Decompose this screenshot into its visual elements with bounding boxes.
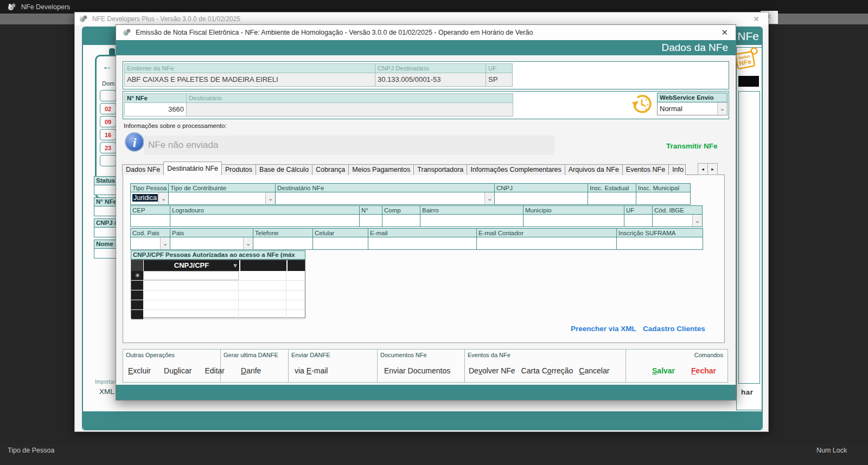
carta-correcao-button[interactable]: Carta Correção	[521, 366, 573, 375]
duplicar-button[interactable]: Duplicar	[164, 366, 192, 375]
bairro-input[interactable]	[420, 215, 524, 227]
toolbar-group-label: Eventos da NFe	[468, 352, 510, 358]
grid-column-cnpj-cpf[interactable]: CNPJ/CPF ▿	[144, 260, 239, 271]
logradouro-input[interactable]	[170, 215, 360, 227]
grid-cell	[286, 281, 305, 290]
field-label: Tipo de Contribuinte	[168, 183, 276, 192]
tab-scroll-right-icon[interactable]: ▸	[707, 163, 718, 175]
fechar-button-partial[interactable]: har	[741, 388, 754, 396]
destinat-rio-nfe-select[interactable]: ⌄	[275, 192, 495, 205]
chevron-down-icon: ⌄	[160, 237, 170, 249]
grid-cell	[239, 271, 286, 280]
grid-row[interactable]	[131, 310, 305, 320]
calendar-day[interactable]: 02	[100, 103, 116, 114]
grid-row[interactable]	[131, 300, 305, 310]
grid-row[interactable]	[131, 281, 305, 290]
grid-selector-header	[131, 260, 143, 271]
close-icon[interactable]: ✕	[721, 28, 728, 37]
toolbar-group-label: Comandos	[694, 352, 723, 358]
tipo-de-contribuinte-select[interactable]: ⌄	[168, 192, 276, 205]
cep-input[interactable]	[130, 215, 170, 227]
celular-input[interactable]	[312, 237, 368, 250]
form-row1: Tipo PessoaJuridica⌄Tipo de Contribuinte…	[131, 183, 691, 205]
row-header	[131, 290, 143, 300]
calendar-day[interactable]	[100, 90, 116, 101]
inscri-o-suframa-input[interactable]	[616, 237, 703, 250]
salvar-button[interactable]: Salvar	[652, 366, 675, 375]
transmit-nfe-link[interactable]: Transmitir NFe	[666, 142, 718, 150]
preencher-via-xml-link[interactable]: Preencher via XML	[571, 325, 636, 333]
destinatario-tab-panel: Tipo PessoaJuridica⌄Tipo de Contribuinte…	[123, 175, 725, 343]
tipo-pessoa-select[interactable]: Juridica⌄	[130, 192, 169, 205]
tab-transportadora[interactable]: Transportadora	[413, 164, 467, 175]
right-panel-list	[738, 91, 760, 384]
webservice-select[interactable]: Normal ⌄	[657, 102, 727, 115]
uf-label: UF	[486, 63, 513, 73]
emitente-field: Emitente da NFe ABF CAIXAS E PALETES DE …	[124, 63, 375, 87]
excluir-button[interactable]: Excluir	[128, 366, 151, 375]
close-icon[interactable]: ✕	[753, 15, 760, 23]
destinatario-label: Destinatário	[186, 93, 513, 103]
via-email-button[interactable]: via E-mail	[295, 366, 328, 375]
nfe-number-input[interactable]: 3660	[124, 103, 187, 117]
field-logradouro: Logradouro	[170, 205, 360, 227]
calendar-day[interactable]: 09	[100, 116, 116, 127]
uf-value: SP	[486, 73, 513, 87]
calendar-back-icon[interactable]: ←	[102, 61, 112, 73]
cod-pais-select[interactable]: ⌄	[130, 237, 170, 250]
field-tipo-de-contribuinte: Tipo de Contribuinte⌄	[168, 183, 276, 205]
calendar-day-header: Dom	[102, 80, 114, 87]
tab-scroll-left-icon[interactable]: ◂	[698, 163, 708, 175]
tab-arquivos-da-nfe[interactable]: Arquivos da NFe	[565, 164, 623, 175]
comp-input[interactable]	[382, 215, 420, 227]
tab-produtos[interactable]: Produtos	[221, 164, 256, 175]
dialog-title: Emissão de Nota Fiscal Eletrônica - NFe:…	[136, 29, 533, 36]
tab-info[interactable]: Info	[668, 164, 686, 175]
grid-cell	[239, 281, 286, 290]
calendar-day[interactable]	[100, 155, 116, 166]
field-label: CEP	[130, 205, 170, 215]
e-mail-contador-input[interactable]	[476, 237, 617, 250]
filter-chevron-icon[interactable]: ▿	[234, 260, 237, 271]
pais-select[interactable]: ⌄	[170, 237, 253, 250]
right-panel: har	[736, 47, 762, 410]
telefone-input[interactable]	[253, 237, 313, 250]
field-e-mail: E-mail	[368, 228, 477, 250]
destinatario-value[interactable]	[186, 103, 513, 117]
tab-informa-es-complementares[interactable]: Informações Complementares	[467, 164, 565, 175]
uf-input[interactable]	[624, 215, 653, 227]
calendar-day[interactable]: 23	[100, 142, 116, 153]
field-c-d-ibge: Cód. IBGE⌄	[652, 205, 703, 227]
webservice-field: WebService Envio Normal ⌄	[657, 93, 727, 115]
cadastro-clientes-link[interactable]: Cadastro Clientes	[643, 325, 705, 333]
grid-cell	[143, 281, 239, 290]
cancelar-button[interactable]: Cancelar	[579, 366, 609, 375]
tab-meios-pagamentos[interactable]: Meios Pagamentos	[348, 164, 414, 175]
fechar-button[interactable]: Fechar	[691, 366, 716, 375]
insc-estadual-input[interactable]	[588, 192, 636, 205]
grid-cell	[239, 310, 286, 319]
history-clock-icon[interactable]	[631, 94, 652, 115]
tab-destinat-rio-nfe[interactable]: Destinatário NFe	[163, 162, 222, 175]
enviar-documentos-button[interactable]: Enviar Documentos	[384, 366, 450, 375]
tab-dados-nfe[interactable]: Dados NFe	[122, 164, 164, 175]
insc-municipal-input[interactable]	[636, 192, 691, 205]
calendar-day[interactable]: 16	[100, 129, 116, 140]
main-window-title: NFE Developers Plus - Versão 3.0.0 de 01…	[92, 15, 240, 23]
tab-base-de-c-lculo[interactable]: Base de Cálculo	[256, 164, 312, 175]
e-mail-input[interactable]	[368, 237, 477, 250]
devolver-nfe-button[interactable]: Devolver NFe	[469, 366, 515, 375]
cnpj-input[interactable]	[494, 192, 588, 205]
danfe-button[interactable]: Danfe	[241, 366, 261, 375]
grid-row[interactable]	[131, 290, 305, 300]
grid-new-row[interactable]: ✳	[131, 271, 305, 281]
tab-cobran-a[interactable]: Cobrança	[312, 164, 349, 175]
municipio-input[interactable]	[523, 215, 624, 227]
bottom-toolbar: Outras Operações Excluir Duplicar Editar…	[123, 349, 728, 383]
xml-button[interactable]: XML	[99, 388, 114, 396]
c-d-ibge-select[interactable]: ⌄	[652, 215, 703, 227]
n-input[interactable]	[359, 215, 382, 227]
tab-strip: Dados NFeDestinatário NFeProdutosBase de…	[123, 162, 686, 175]
tab-eventos-nfe[interactable]: Eventos NFe	[622, 164, 669, 175]
grid-cell[interactable]	[143, 271, 239, 280]
